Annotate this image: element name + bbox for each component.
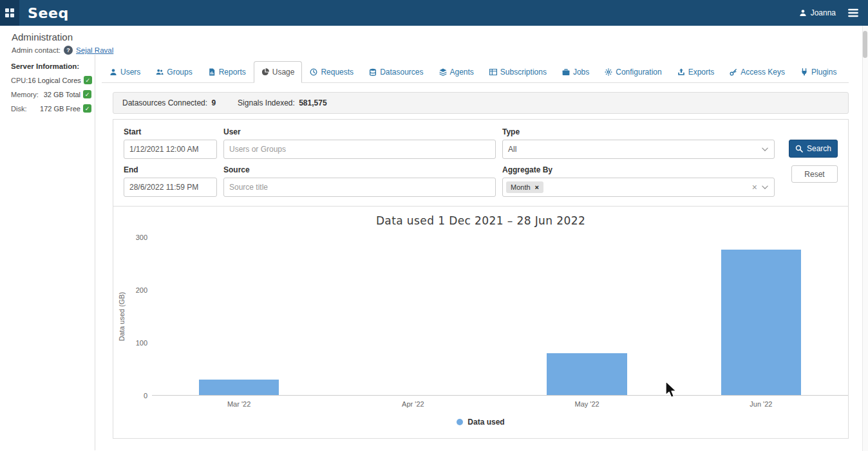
tab-label: Usage	[272, 68, 295, 77]
type-field: Type All	[502, 127, 775, 159]
chart-category-slot: Mar '22	[152, 237, 326, 395]
filter-form: Start User Type All	[113, 120, 848, 207]
y-tick-label: 100	[136, 339, 147, 347]
bar-jun-22[interactable]	[721, 250, 801, 395]
top-bar: Seeq Joanna	[0, 0, 868, 26]
x-tick-label: Jun '22	[750, 400, 772, 408]
user-input[interactable]	[223, 140, 496, 159]
question-icon[interactable]: ?	[64, 46, 73, 55]
tab-subscriptions[interactable]: Subscriptions	[482, 61, 554, 83]
clock-icon	[310, 68, 317, 76]
tab-label: Configuration	[616, 68, 661, 77]
plot-area: Mar '22Apr '22May '22Jun '22	[152, 237, 848, 396]
bar-mar-22[interactable]	[199, 380, 279, 396]
admin-tabs: UsersGroupsReportsUsageRequestsDatasourc…	[102, 61, 849, 83]
tab-access-keys[interactable]: Access Keys	[722, 61, 793, 83]
start-label: Start	[124, 127, 217, 136]
plug-icon	[800, 68, 808, 76]
signals-indexed-stat: Signals Indexed: 581,575	[238, 98, 326, 107]
table-icon	[489, 68, 497, 76]
source-field: Source	[223, 165, 496, 197]
aggregate-by-label: Aggregate By	[502, 165, 775, 174]
scrollbar-track[interactable]	[862, 26, 868, 451]
chart-section: Data used 1 Dec 2021 – 28 Jun 2022 Data …	[113, 207, 848, 438]
y-tick-label: 300	[136, 234, 147, 241]
end-date-input[interactable]	[124, 178, 217, 197]
tab-label: Jobs	[573, 68, 589, 77]
scrollbar-thumb[interactable]	[863, 31, 867, 58]
aggregate-by-select[interactable]: Month × ×	[502, 178, 775, 197]
chart-legend[interactable]: Data used	[113, 418, 848, 427]
tab-datasources[interactable]: Datasources	[361, 61, 431, 83]
tab-jobs[interactable]: Jobs	[554, 61, 597, 83]
type-select[interactable]: All	[502, 140, 775, 159]
datasources-connected-stat: Datasources Connected: 9	[122, 98, 216, 107]
server-info-row-value: 16 Logical Cores	[28, 77, 81, 84]
server-info-rows: CPU:16 Logical Cores✓Memory:32 GB Total✓…	[11, 76, 91, 113]
gear-icon	[605, 68, 612, 76]
seeq-logo[interactable]: Seeq	[28, 5, 69, 21]
tab-label: Subscriptions	[500, 68, 547, 77]
reset-button-label: Reset	[804, 170, 824, 179]
server-info-sidebar: Server Information: CPU:16 Logical Cores…	[0, 55, 95, 450]
end-label: End	[124, 165, 217, 174]
users-icon	[156, 68, 164, 76]
clear-icon[interactable]: ×	[752, 183, 757, 192]
tab-label: Agents	[450, 68, 474, 77]
tab-reports[interactable]: Reports	[200, 61, 254, 83]
datasources-connected-label: Datasources Connected:	[122, 98, 207, 107]
pie-chart-icon	[261, 68, 269, 76]
user-name: Joanna	[811, 8, 836, 17]
check-icon: ✓	[83, 90, 91, 98]
server-info-row-label: Memory:	[11, 91, 39, 98]
tab-agents[interactable]: Agents	[431, 61, 482, 83]
aggregate-month-tag: Month ×	[506, 181, 543, 193]
tab-label: Plugins	[811, 68, 836, 77]
admin-contact-row: Admin contact: ? Sejal Raval	[12, 46, 868, 55]
chart-category-slot: Apr '22	[326, 237, 500, 395]
tab-users[interactable]: Users	[102, 61, 148, 83]
source-input[interactable]	[223, 178, 496, 197]
y-axis-ticks: 0100200300	[130, 237, 152, 396]
start-date-input[interactable]	[124, 140, 217, 159]
y-tick-label: 200	[136, 286, 147, 294]
tab-groups[interactable]: Groups	[148, 61, 200, 83]
datasources-connected-value: 9	[211, 98, 216, 107]
user-menu[interactable]: Joanna	[799, 8, 836, 17]
page-title: Administration	[12, 32, 868, 42]
seeq-admin-app: Seeq Joanna Administration Admin contact…	[0, 0, 868, 450]
signals-indexed-value: 581,575	[299, 98, 326, 107]
tab-usage[interactable]: Usage	[254, 61, 303, 83]
bar-may-22[interactable]	[547, 353, 627, 395]
hamburger-menu-button[interactable]	[847, 7, 859, 19]
legend-label: Data used	[467, 418, 504, 427]
tab-label: Datasources	[380, 68, 423, 77]
tab-exports[interactable]: Exports	[670, 61, 722, 83]
server-info-row-label: CPU:	[11, 77, 28, 84]
user-icon	[109, 68, 117, 76]
hamburger-menu-icon	[847, 7, 859, 19]
key-icon	[730, 68, 737, 76]
remove-tag-icon[interactable]: ×	[535, 183, 539, 191]
y-tick-label: 0	[144, 392, 147, 400]
start-field: Start	[124, 127, 217, 159]
apps-grid-button[interactable]	[0, 0, 19, 26]
export-icon	[677, 68, 685, 76]
tab-plugins[interactable]: Plugins	[793, 61, 844, 83]
search-button[interactable]: Search	[789, 140, 838, 158]
tab-label: Groups	[167, 68, 192, 77]
type-label: Type	[502, 127, 775, 136]
end-field: End	[124, 165, 217, 197]
reset-button[interactable]: Reset	[791, 165, 838, 183]
tab-requests[interactable]: Requests	[302, 61, 361, 83]
admin-contact-label: Admin contact:	[12, 46, 61, 54]
user-icon	[799, 9, 807, 17]
tab-label: Exports	[688, 68, 715, 77]
stats-bar: Datasources Connected: 9 Signals Indexed…	[113, 92, 849, 114]
server-info-title: Server Information:	[11, 62, 91, 70]
tab-label: Reports	[219, 68, 246, 77]
main-content: UsersGroupsReportsUsageRequestsDatasourc…	[95, 55, 868, 450]
admin-contact-link[interactable]: Sejal Raval	[76, 46, 113, 54]
tab-configuration[interactable]: Configuration	[597, 61, 669, 83]
server-info-row-value: 172 GB Free	[40, 105, 80, 113]
